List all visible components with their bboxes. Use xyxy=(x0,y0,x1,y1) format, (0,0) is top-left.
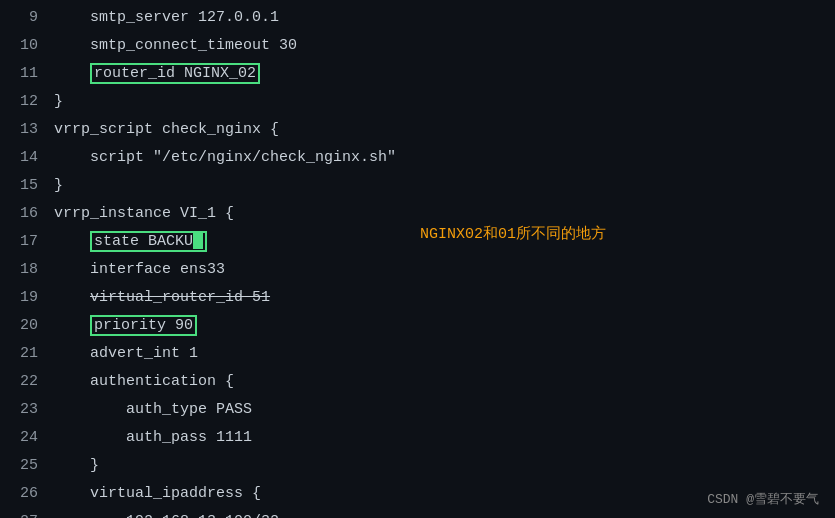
code-line: 27 192.168.13.100/32 xyxy=(0,508,835,518)
code-line: 18 interface ens33 xyxy=(0,256,835,284)
line-content: interface ens33 xyxy=(54,256,225,284)
line-content: authentication { xyxy=(54,368,234,396)
code-line: 12} xyxy=(0,88,835,116)
code-line: 24 auth_pass 1111 xyxy=(0,424,835,452)
highlight-box: priority 90 xyxy=(90,315,197,336)
line-content: auth_pass 1111 xyxy=(54,424,252,452)
line-number: 12 xyxy=(8,88,38,116)
text-cursor xyxy=(193,231,203,249)
code-line: 16vrrp_instance VI_1 { xyxy=(0,200,835,228)
code-line: 9 smtp_server 127.0.0.1 xyxy=(0,4,835,32)
line-content: vrrp_script check_nginx { xyxy=(54,116,279,144)
strikethrough-text: virtual_router_id 51 xyxy=(90,289,270,306)
line-content: virtual_router_id 51 xyxy=(54,284,270,312)
line-content: auth_type PASS xyxy=(54,396,252,424)
line-number: 11 xyxy=(8,60,38,88)
code-line: 11 router_id NGINX_02 xyxy=(0,60,835,88)
line-content: } xyxy=(54,452,99,480)
line-number: 18 xyxy=(8,256,38,284)
line-number: 20 xyxy=(8,312,38,340)
line-content: advert_int 1 xyxy=(54,340,198,368)
code-line: 22 authentication { xyxy=(0,368,835,396)
line-number: 23 xyxy=(8,396,38,424)
watermark: CSDN @雪碧不要气 xyxy=(707,490,819,508)
line-content: vrrp_instance VI_1 { xyxy=(54,200,234,228)
line-content: smtp_server 127.0.0.1 xyxy=(54,4,279,32)
line-number: 26 xyxy=(8,480,38,508)
code-line: 10 smtp_connect_timeout 30 xyxy=(0,32,835,60)
line-number: 24 xyxy=(8,424,38,452)
code-line: 21 advert_int 1 xyxy=(0,340,835,368)
highlight-box: router_id NGINX_02 xyxy=(90,63,260,84)
line-content: virtual_ipaddress { xyxy=(54,480,261,508)
line-content: } xyxy=(54,88,63,116)
line-number: 27 xyxy=(8,508,38,518)
line-number: 17 xyxy=(8,228,38,256)
code-line: 14 script "/etc/nginx/check_nginx.sh" xyxy=(0,144,835,172)
annotation-text: NGINX02和01所不同的地方 xyxy=(420,224,606,243)
line-content: 192.168.13.100/32 xyxy=(54,508,279,518)
line-number: 22 xyxy=(8,368,38,396)
line-number: 16 xyxy=(8,200,38,228)
highlight-box-cursor: state BACKU xyxy=(90,231,207,252)
code-line: 13vrrp_script check_nginx { xyxy=(0,116,835,144)
code-line: 25 } xyxy=(0,452,835,480)
line-number: 15 xyxy=(8,172,38,200)
line-number: 19 xyxy=(8,284,38,312)
code-container: 9 smtp_server 127.0.0.110 smtp_connect_t… xyxy=(0,0,835,518)
code-line: 15} xyxy=(0,172,835,200)
code-line: 19 virtual_router_id 51 xyxy=(0,284,835,312)
code-line: 17 state BACKU xyxy=(0,228,835,256)
line-number: 14 xyxy=(8,144,38,172)
line-content: smtp_connect_timeout 30 xyxy=(54,32,297,60)
line-content: script "/etc/nginx/check_nginx.sh" xyxy=(54,144,396,172)
line-number: 9 xyxy=(8,4,38,32)
line-number: 25 xyxy=(8,452,38,480)
line-number: 13 xyxy=(8,116,38,144)
line-number: 21 xyxy=(8,340,38,368)
line-content: state BACKU xyxy=(54,228,207,256)
line-content: router_id NGINX_02 xyxy=(54,60,260,88)
line-content: priority 90 xyxy=(54,312,197,340)
line-content: } xyxy=(54,172,63,200)
line-number: 10 xyxy=(8,32,38,60)
code-line: 20 priority 90 xyxy=(0,312,835,340)
code-line: 23 auth_type PASS xyxy=(0,396,835,424)
